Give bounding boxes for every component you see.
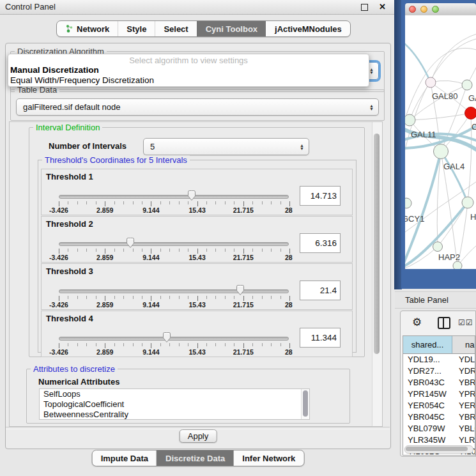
threshold-value-field[interactable] — [300, 186, 341, 206]
table-cell[interactable]: YBR0 — [452, 411, 475, 423]
tick-label: 21.715 — [233, 348, 254, 356]
threshold-value-field[interactable] — [300, 280, 341, 300]
table-cell[interactable]: YDL1 — [452, 354, 475, 365]
attribute-list-item[interactable]: BetweennessCentrality — [40, 410, 309, 420]
table-data-combo[interactable]: galFiltered.sif default node ▲▼ — [16, 98, 379, 116]
tab-label: Cyni Toolbox — [206, 24, 257, 34]
slider-track[interactable] — [59, 337, 289, 341]
close-panel-icon[interactable]: ✕ — [379, 0, 386, 14]
attribute-list-item[interactable]: SelfLoops — [40, 389, 309, 399]
table-cell[interactable]: YPR145W — [403, 388, 452, 400]
algorithm-option[interactable]: Equal Width/Frequency Discretization — [8, 75, 369, 86]
node-h[interactable] — [462, 197, 473, 208]
list-scrollbar-thumb[interactable] — [303, 390, 308, 417]
apply-button[interactable]: Apply — [180, 429, 217, 443]
column-header-name[interactable]: na — [452, 336, 475, 354]
node-selected-red[interactable] — [465, 107, 476, 119]
table-cell[interactable]: YLR345W — [403, 434, 452, 446]
tick-label: 15.43 — [188, 254, 205, 261]
network-graph[interactable]: GAL80 GA C GAL11 GAL4 GCY1 H HAP2 — [405, 15, 476, 269]
threshold-slider[interactable]: -3.4262.8599.14415.4321.71528 — [59, 282, 289, 309]
node-label: GAL4 — [443, 162, 464, 171]
tab-label: Style — [127, 24, 146, 34]
slider-track[interactable] — [59, 195, 289, 199]
tab[interactable]: Select — [155, 21, 196, 36]
table-hscrollbar[interactable] — [404, 445, 473, 454]
algorithm-option[interactable]: Manual Discretization — [8, 65, 369, 75]
tab[interactable]: Infer Network — [233, 450, 303, 466]
close-window-button[interactable] — [409, 6, 416, 13]
zoom-window-button[interactable] — [432, 6, 439, 13]
panel-scrollbar[interactable] — [372, 122, 382, 426]
table-row[interactable]: YLR345W YLR3 — [403, 434, 475, 446]
tab-label: jActiveMNodules — [275, 24, 342, 34]
attribute-list-item[interactable]: TopologicalCoefficient — [40, 399, 309, 410]
table-cell[interactable]: YBL0 — [452, 423, 475, 434]
slider-thumb[interactable] — [162, 331, 172, 343]
list-scrollbar[interactable] — [301, 389, 309, 419]
threshold-slider[interactable]: -3.4262.8599.14415.4321.71528 — [59, 329, 289, 357]
split-view-icon[interactable] — [438, 317, 450, 329]
slider-thumb[interactable] — [125, 236, 135, 249]
table-cell[interactable]: YLR3 — [452, 434, 475, 446]
node-gcy1[interactable] — [405, 198, 411, 208]
control-panel-titlebar: Control Panel ✕ — [0, 0, 396, 15]
slider-major-ticks — [59, 249, 290, 254]
combo-spinner-icon: ▲▼ — [300, 139, 304, 155]
node-hap2[interactable] — [433, 242, 443, 252]
table-cell[interactable]: YER054C — [403, 400, 452, 411]
threshold-value-field[interactable] — [300, 328, 341, 348]
table-hscrollbar-thumb[interactable] — [406, 447, 468, 451]
tab[interactable]: Cyni Toolbox — [197, 21, 266, 36]
table-row[interactable]: YDL19... YDL1 — [403, 354, 475, 365]
table-row[interactable]: YBL079W YBL0 — [403, 423, 475, 434]
slider-tick-labels: -3.4262.8599.14415.4321.71528 — [59, 254, 289, 261]
float-window-icon[interactable] — [361, 4, 368, 11]
panel-scrollbar-thumb[interactable] — [374, 134, 380, 354]
slider-track[interactable] — [59, 289, 289, 293]
node-gal4[interactable] — [434, 144, 449, 159]
tab[interactable]: Impute Data — [93, 450, 157, 466]
table-cell[interactable]: YDR27... — [403, 365, 452, 377]
table-cell[interactable]: YBL079W — [403, 423, 452, 434]
tab[interactable]: Style — [118, 21, 155, 36]
node-ga[interactable] — [462, 80, 472, 90]
slider-major-ticks — [59, 201, 290, 206]
tab[interactable]: jActiveMNodules — [266, 21, 350, 36]
table-cell[interactable]: YBR045C — [403, 411, 452, 423]
number-of-intervals-combo[interactable]: 5 ▲▼ — [143, 138, 309, 155]
slider-thumb[interactable] — [187, 189, 197, 201]
gear-icon[interactable]: ⚙ — [412, 316, 422, 329]
table-cell[interactable]: YBR043C — [403, 377, 452, 388]
thresholds-group-title: Threshold's Coordinates for 5 Intervals — [42, 155, 190, 165]
bottom-tab-bar: Impute Data Discretize Data Infer Networ… — [92, 450, 305, 466]
table-cell[interactable]: YBR0 — [452, 377, 475, 388]
slider-thumb[interactable] — [235, 284, 245, 296]
network-view[interactable]: GAL80 GA C GAL11 GAL4 GCY1 H HAP2 — [405, 15, 476, 269]
table-cell[interactable]: YPR1 — [452, 388, 475, 400]
node-table: shared... na YDL19... YDL1 YDR27... YDR2… — [403, 335, 475, 456]
checkbox-icons[interactable]: ☑☑ — [458, 318, 473, 327]
tab[interactable]: Network — [57, 21, 118, 36]
table-row[interactable]: YBR045C YBR0 — [403, 411, 475, 423]
table-row[interactable]: YER054C YER0 — [403, 400, 475, 411]
tick-label: 21.715 — [233, 206, 254, 214]
network-window-titlebar[interactable] — [405, 3, 476, 16]
node-gal11[interactable] — [405, 114, 415, 126]
table-cell[interactable]: YDL19... — [403, 354, 452, 365]
table-row[interactable]: YDR27... YDR2 — [403, 365, 475, 377]
minimize-window-button[interactable] — [420, 6, 427, 13]
table-cell[interactable]: YDR2 — [452, 365, 475, 377]
tab[interactable]: Discretize Data — [157, 450, 233, 466]
column-header-shared-name[interactable]: shared... — [403, 336, 452, 354]
node-gal80[interactable] — [426, 77, 436, 88]
table-row[interactable]: YPR145W YPR1 — [403, 388, 475, 400]
table-cell[interactable]: YER0 — [452, 400, 475, 411]
node-bottom[interactable] — [453, 261, 462, 269]
settings-scroll-area: Interval Definition Number of Intervals … — [9, 121, 383, 427]
threshold-slider[interactable]: -3.4262.8599.14415.4321.71528 — [59, 187, 289, 215]
table-row[interactable]: YBR043C YBR0 — [403, 377, 475, 388]
slider-track[interactable] — [59, 242, 289, 246]
threshold-slider[interactable]: -3.4262.8599.14415.4321.71528 — [59, 234, 289, 262]
threshold-value-field[interactable] — [300, 233, 341, 253]
